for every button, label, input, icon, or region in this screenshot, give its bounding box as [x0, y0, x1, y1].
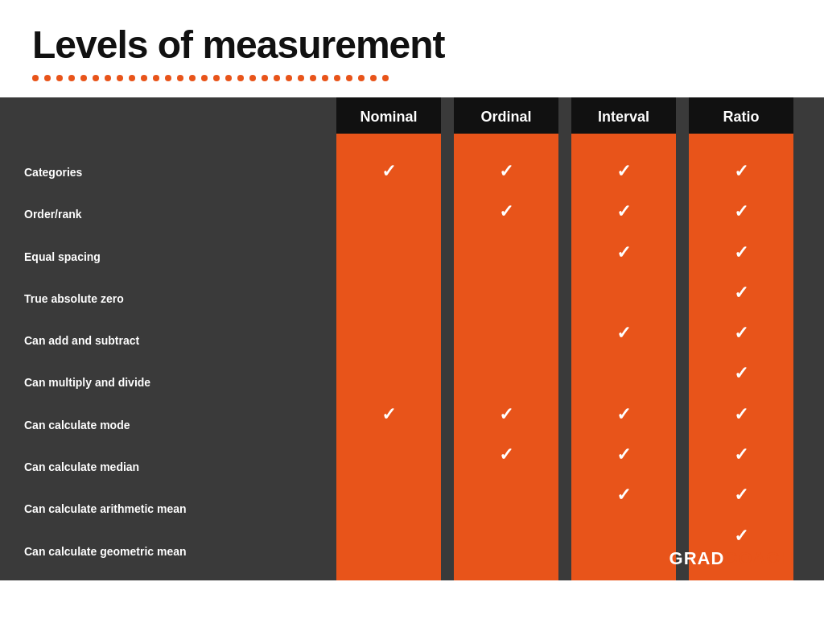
- check-nominal-row-0: ✓: [381, 161, 396, 182]
- dot-5: [93, 75, 99, 81]
- col-data-ratio: ✓✓✓✓✓✓✓✓✓✓: [689, 143, 793, 580]
- dot-26: [346, 75, 352, 81]
- cell-nominal-row-2: [336, 238, 441, 267]
- logo-area: GRADCOACH: [670, 548, 793, 569]
- row-label-7: Can calculate median: [24, 457, 330, 477]
- check-ratio-row-4: ✓: [734, 323, 748, 344]
- cell-ordinal-row-3: [454, 279, 558, 308]
- col-data-nominal: ✓✓: [336, 143, 441, 580]
- dot-28: [370, 75, 377, 81]
- cell-ordinal-row-4: [454, 319, 558, 348]
- dot-13: [189, 75, 196, 81]
- check-ratio-row-2: ✓: [734, 242, 748, 263]
- col-data-ordinal: ✓✓✓✓: [454, 143, 558, 580]
- check-interval-row-8: ✓: [616, 485, 631, 506]
- cell-nominal-row-7: [336, 440, 441, 469]
- cell-interval-row-2: ✓: [571, 238, 676, 267]
- col-header-orange-nominal: [336, 134, 441, 143]
- cell-ordinal-row-6: ✓: [454, 400, 558, 429]
- check-interval-row-0: ✓: [616, 161, 631, 182]
- cell-ordinal-row-1: ✓: [454, 197, 558, 226]
- cell-ordinal-row-8: [454, 481, 558, 510]
- table-body: CategoriesOrder/rankEqual spacingTrue ab…: [0, 143, 824, 580]
- cell-ratio-row-6: ✓: [689, 400, 793, 429]
- dot-1: [44, 75, 51, 81]
- logo-coach: COACH: [724, 548, 793, 569]
- check-interval-row-7: ✓: [616, 444, 631, 465]
- check-interval-row-2: ✓: [616, 242, 631, 263]
- cell-interval-row-0: ✓: [571, 157, 676, 186]
- row-label-9: Can calculate geometric mean: [24, 542, 330, 561]
- dot-19: [262, 75, 268, 81]
- check-interval-row-4: ✓: [616, 323, 631, 344]
- check-ordinal-row-7: ✓: [499, 444, 513, 465]
- dot-4: [80, 75, 87, 81]
- col-header-label-ordinal: Ordinal: [454, 97, 558, 134]
- main-area: Nominal Ordinal Interval Ratio Categorie…: [0, 97, 824, 580]
- cell-nominal-row-0: ✓: [336, 157, 441, 186]
- page-title: Levels of measurement: [32, 24, 792, 67]
- dot-27: [358, 75, 365, 81]
- dot-7: [117, 75, 123, 81]
- cell-nominal-row-8: [336, 481, 441, 510]
- cell-ordinal-row-5: [454, 359, 558, 388]
- dot-25: [334, 75, 340, 81]
- dot-8: [129, 75, 135, 81]
- check-ordinal-row-6: ✓: [499, 404, 513, 425]
- col-header-nominal: Nominal: [336, 97, 441, 143]
- check-interval-row-1: ✓: [616, 201, 631, 222]
- dot-20: [274, 75, 280, 81]
- col-header-orange-interval: [571, 134, 676, 143]
- dot-15: [213, 75, 220, 81]
- col-headers: Nominal Ordinal Interval Ratio: [0, 97, 824, 143]
- dot-6: [105, 75, 111, 81]
- dot-18: [249, 75, 256, 81]
- cell-ratio-row-5: ✓: [689, 359, 793, 388]
- dot-21: [286, 75, 292, 81]
- cell-ratio-row-0: ✓: [689, 157, 793, 186]
- dot-12: [177, 75, 183, 81]
- check-ratio-row-9: ✓: [734, 526, 748, 547]
- check-ratio-row-7: ✓: [734, 444, 748, 465]
- check-interval-row-6: ✓: [616, 404, 631, 425]
- cell-nominal-row-3: [336, 279, 441, 308]
- cell-nominal-row-5: [336, 359, 441, 388]
- check-ordinal-row-0: ✓: [499, 161, 513, 182]
- top-section: Levels of measurement: [0, 0, 824, 97]
- col-header-label-nominal: Nominal: [336, 97, 441, 134]
- cell-ordinal-row-9: [454, 522, 558, 551]
- dot-0: [32, 75, 39, 81]
- cell-ratio-row-2: ✓: [689, 238, 793, 267]
- row-label-4: Can add and subtract: [24, 331, 330, 350]
- cell-ratio-row-3: ✓: [689, 279, 793, 308]
- cell-ordinal-row-0: ✓: [454, 157, 558, 186]
- check-nominal-row-6: ✓: [381, 404, 396, 425]
- row-label-0: Categories: [24, 163, 330, 182]
- col-header-label-interval: Interval: [571, 97, 676, 134]
- cell-interval-row-8: ✓: [571, 481, 676, 510]
- dot-22: [298, 75, 304, 81]
- check-ratio-row-8: ✓: [734, 485, 748, 506]
- col-header-ratio: Ratio: [689, 97, 793, 143]
- dot-17: [237, 75, 244, 81]
- dot-2: [56, 75, 63, 81]
- col-header-orange-ordinal: [454, 134, 558, 143]
- cell-interval-row-6: ✓: [571, 400, 676, 429]
- cell-interval-row-9: [571, 522, 676, 551]
- dot-16: [225, 75, 232, 81]
- row-label-6: Can calculate mode: [24, 415, 330, 435]
- dot-29: [382, 75, 389, 81]
- cell-nominal-row-6: ✓: [336, 400, 441, 429]
- dot-row: [32, 75, 792, 81]
- cell-ratio-row-1: ✓: [689, 197, 793, 226]
- row-label-1: Order/rank: [24, 204, 330, 224]
- cell-interval-row-7: ✓: [571, 440, 676, 469]
- check-ratio-row-6: ✓: [734, 404, 748, 425]
- dot-24: [322, 75, 328, 81]
- dot-11: [165, 75, 171, 81]
- dot-23: [310, 75, 316, 81]
- row-label-2: Equal spacing: [24, 247, 330, 266]
- col-header-ordinal: Ordinal: [454, 97, 558, 143]
- cell-nominal-row-1: [336, 197, 441, 226]
- col-header-interval: Interval: [571, 97, 676, 143]
